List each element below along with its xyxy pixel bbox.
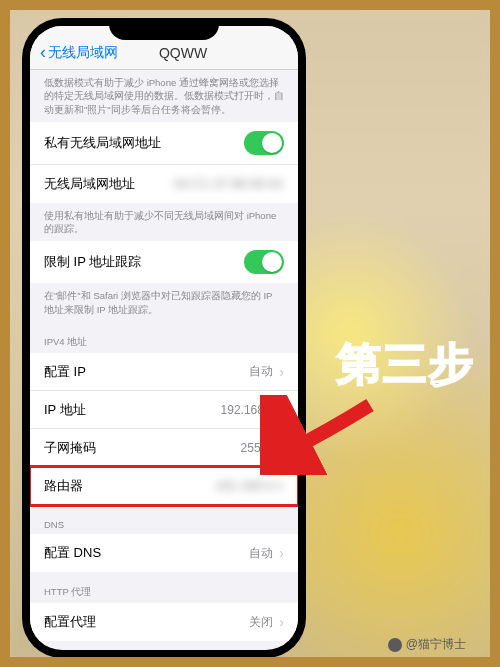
subnet-mask-label: 子网掩码	[44, 439, 241, 457]
private-address-note: 使用私有地址有助于减少不同无线局域网间对 iPhone 的跟踪。	[30, 203, 298, 242]
credit-text: @猫宁博士	[406, 636, 466, 653]
phone-screen: ‹ 无线局域网 QQWW 低数据模式有助于减少 iPhone 通过蜂窝网络或您选…	[30, 26, 298, 650]
chevron-right-icon: ›	[279, 545, 284, 561]
configure-proxy-label: 配置代理	[44, 613, 249, 631]
configure-dns-value: 自动	[249, 545, 273, 562]
limit-tracking-note: 在"邮件"和 Safari 浏览器中对已知跟踪器隐藏您的 IP 地址来限制 IP…	[30, 283, 298, 322]
configure-ip-row[interactable]: 配置 IP 自动 ›	[30, 353, 298, 391]
ipv4-section-header: IPV4 地址	[30, 322, 298, 353]
limit-tracking-row[interactable]: 限制 IP 地址跟踪	[30, 241, 298, 283]
chevron-left-icon: ‹	[40, 42, 46, 63]
phone-frame: ‹ 无线局域网 QQWW 低数据模式有助于减少 iPhone 通过蜂窝网络或您选…	[22, 18, 306, 658]
router-row[interactable]: 路由器 192.168.0.1	[30, 467, 298, 505]
limit-tracking-toggle[interactable]	[244, 250, 284, 274]
subnet-mask-row: 子网掩码 255.255	[30, 429, 298, 467]
arrow-icon	[260, 395, 380, 475]
step-callout: 第三步	[337, 335, 475, 394]
chevron-right-icon: ›	[279, 364, 284, 380]
router-value: 192.168.0.1	[215, 479, 284, 493]
ip-address-row: IP 地址 192.168.0.2	[30, 391, 298, 429]
configure-proxy-row[interactable]: 配置代理 关闭 ›	[30, 603, 298, 641]
nav-title: QQWW	[78, 45, 288, 61]
low-data-note: 低数据模式有助于减少 iPhone 通过蜂窝网络或您选择的特定无线局域网使用的数…	[30, 70, 298, 122]
configure-dns-row[interactable]: 配置 DNS 自动 ›	[30, 534, 298, 572]
private-address-row[interactable]: 私有无线局域网地址	[30, 122, 298, 165]
configure-ip-value: 自动	[249, 363, 273, 380]
ip-address-label: IP 地址	[44, 401, 221, 419]
paw-icon	[388, 638, 402, 652]
chevron-right-icon: ›	[279, 614, 284, 630]
private-address-label: 私有无线局域网地址	[44, 134, 244, 152]
credit-badge: @猫宁博士	[388, 636, 466, 653]
dns-section-header: DNS	[30, 505, 298, 534]
wifi-address-row: 无线局域网地址 A0:C1:1F:88:06:0A	[30, 165, 298, 203]
phone-notch	[109, 18, 219, 40]
wifi-address-value: A0:C1:1F:88:06:0A	[173, 177, 284, 191]
wifi-address-label: 无线局域网地址	[44, 175, 173, 193]
configure-proxy-value: 关闭	[249, 614, 273, 631]
limit-tracking-label: 限制 IP 地址跟踪	[44, 253, 244, 271]
private-address-toggle[interactable]	[244, 131, 284, 155]
configure-dns-label: 配置 DNS	[44, 544, 249, 562]
http-proxy-section-header: HTTP 代理	[30, 572, 298, 603]
configure-ip-label: 配置 IP	[44, 363, 249, 381]
router-label: 路由器	[44, 477, 215, 495]
